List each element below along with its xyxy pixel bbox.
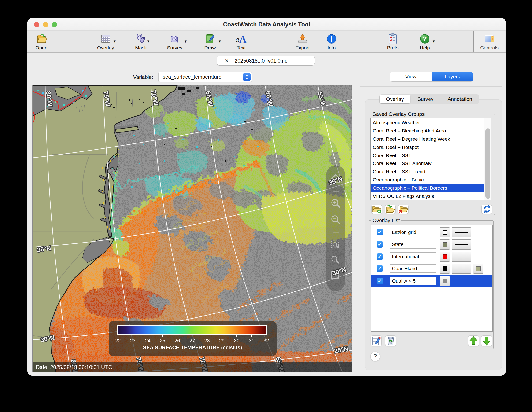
svg-text:23: 23	[130, 338, 135, 343]
svg-text:27: 27	[190, 338, 195, 343]
svg-text:28: 28	[204, 338, 209, 343]
svg-text:26: 26	[174, 338, 180, 343]
svg-text:Date: 2025/08/18 06:10:01 UTC: Date: 2025/08/18 06:10:01 UTC	[36, 364, 112, 370]
svg-text:24: 24	[145, 338, 151, 343]
svg-text:?: ?	[423, 35, 427, 43]
svg-text:30: 30	[234, 338, 239, 343]
svg-text:A: A	[239, 34, 247, 44]
svg-text:SEA SURFACE TEMPERATURE (celsi: SEA SURFACE TEMPERATURE (celsius)	[143, 345, 242, 350]
svg-text:31: 31	[249, 338, 254, 343]
svg-text:29: 29	[219, 338, 224, 343]
svg-text:32: 32	[263, 338, 269, 343]
svg-text:25: 25	[160, 338, 165, 343]
svg-text:a: a	[236, 35, 239, 43]
svg-text:22: 22	[115, 338, 121, 343]
